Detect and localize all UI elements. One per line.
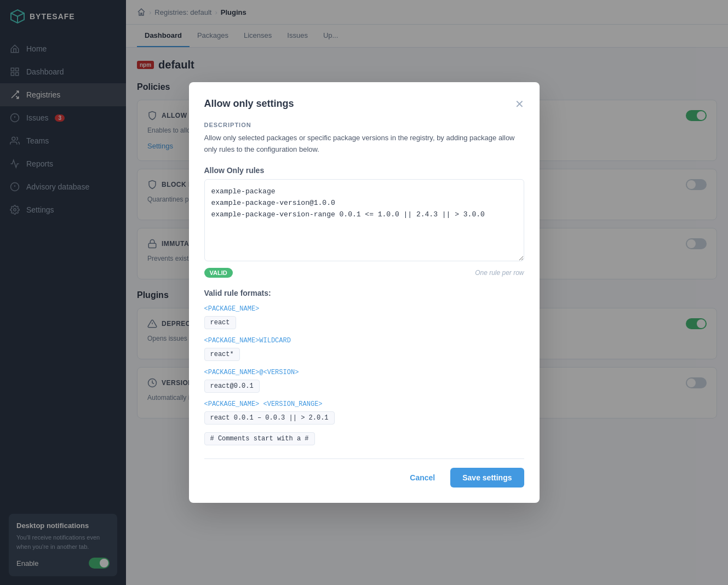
format-label-0: <PACKAGE_NAME>: [204, 305, 524, 313]
modal-close-button[interactable]: ✕: [515, 97, 524, 111]
modal-overlay: Allow only settings ✕ DESCRIPTION Allow …: [0, 0, 728, 585]
modal-footer: Cancel Save settings: [204, 458, 524, 487]
format-group-0: <PACKAGE_NAME> react: [204, 305, 524, 329]
rules-textarea[interactable]: example-package example-package-version@…: [204, 179, 524, 261]
allow-only-modal: Allow only settings ✕ DESCRIPTION Allow …: [189, 82, 540, 503]
one-rule-text: One rule per row: [475, 269, 524, 277]
valid-badge: VALID: [204, 268, 233, 278]
format-group-1: <PACKAGE_NAME>WILDCARD react*: [204, 337, 524, 361]
format-example-0: react: [204, 316, 236, 329]
cancel-button[interactable]: Cancel: [401, 469, 444, 486]
description-text: Allow only selected packages or specific…: [204, 133, 524, 156]
valid-row: VALID One rule per row: [204, 268, 524, 278]
format-example-1: react*: [204, 348, 240, 361]
description-label: DESCRIPTION: [204, 122, 524, 128]
format-label-2: <PACKAGE_NAME>@<VERSION>: [204, 369, 524, 376]
modal-title: Allow only settings: [204, 98, 294, 110]
format-example-4: # Comments start with a #: [204, 432, 315, 445]
valid-formats-title: Valid rule formats:: [204, 289, 524, 297]
format-group-4: # Comments start with a #: [204, 432, 524, 445]
format-label-1: <PACKAGE_NAME>WILDCARD: [204, 337, 524, 345]
format-group-3: <PACKAGE_NAME> <VERSION_RANGE> react 0.0…: [204, 400, 524, 425]
modal-header: Allow only settings ✕: [204, 97, 524, 111]
format-label-3: <PACKAGE_NAME> <VERSION_RANGE>: [204, 400, 524, 408]
format-group-2: <PACKAGE_NAME>@<VERSION> react@0.0.1: [204, 369, 524, 393]
format-example-3: react 0.0.1 – 0.0.3 || > 2.0.1: [204, 411, 335, 425]
format-example-2: react@0.0.1: [204, 380, 260, 393]
allow-only-rules-label: Allow Only rules: [204, 166, 524, 175]
save-settings-button[interactable]: Save settings: [450, 468, 524, 487]
